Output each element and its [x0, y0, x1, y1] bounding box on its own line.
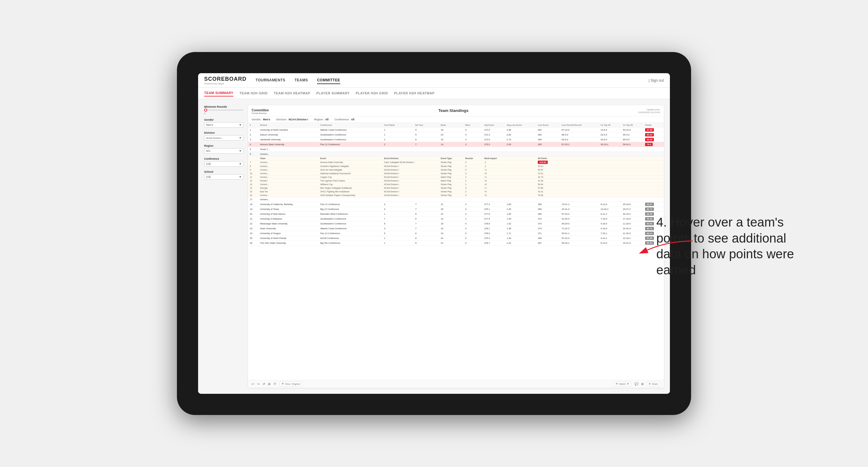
- gender-select[interactable]: Men's▼: [204, 122, 244, 128]
- sub-event-row: 15 East Tec OFCC Fighting Illini Invitat…: [248, 190, 664, 194]
- filter-region-value: All: [325, 118, 329, 121]
- filter-division-value: NCAA Division I: [288, 118, 308, 121]
- sub-event-row: 14 Georgia Ben Hogan Collegiate Invitati…: [248, 186, 664, 190]
- tablet-shell: SCOREBOARD Powered by clippd TOURNAMENTS…: [177, 52, 691, 415]
- col-wins: Wins: [463, 123, 483, 128]
- filter-gender-label: Gender:: [252, 118, 261, 121]
- filter-conference-label: Conference:: [335, 118, 350, 121]
- rounds-slider-track[interactable]: [204, 110, 244, 111]
- table-row: 26 The Ohio State University Big Ten Con…: [248, 241, 664, 246]
- share-label: Share: [652, 383, 658, 385]
- view-original-btn[interactable]: 👁 View: Original: [279, 382, 302, 386]
- col-vs-top25: Vs Top 25: [599, 123, 621, 128]
- share-icon: ⬆: [649, 383, 651, 385]
- col-bnds: Bnds: [439, 123, 463, 128]
- sub-event-row: 8 Univers... Southern Highlands Collegia…: [248, 164, 664, 168]
- sidebar-region: Region N/A▼: [204, 144, 244, 154]
- nav-tournaments[interactable]: TOURNAMENTS: [255, 77, 285, 84]
- arrow-container: [623, 232, 699, 263]
- tablet-screen: SCOREBOARD Powered by clippd TOURNAMENTS…: [198, 73, 670, 394]
- update-time-label: Update time:: [638, 108, 660, 111]
- refresh-icon[interactable]: ↺: [262, 382, 265, 386]
- tab-player-summary[interactable]: PLAYER SUMMARY: [316, 90, 350, 96]
- comment-icon[interactable]: 💬: [634, 382, 638, 386]
- filter-conference-value: All: [351, 118, 354, 121]
- col-points: Points: [643, 123, 664, 128]
- col-low-overall: Low Overall Record: [560, 123, 599, 128]
- slider-min-value: 0: [204, 112, 244, 115]
- grid-icon[interactable]: ⊞: [641, 382, 644, 386]
- table-row: 21 University of Alabama Southeastern Co…: [248, 217, 664, 221]
- bottom-toolbar: ↩ ↪ ↺ ⊞ ⏱ 👁 View: Original 👁 Watch ▼: [248, 380, 664, 388]
- sub-event-row: 13 Univers... Williams Cup NCAA Division…: [248, 183, 664, 186]
- division-select[interactable]: NCAA Division I▼: [204, 135, 244, 141]
- school-select[interactable]: (All)▼: [204, 174, 244, 180]
- nav-bar: SCOREBOARD Powered by clippd TOURNAMENTS…: [198, 73, 670, 88]
- region-select[interactable]: N/A▼: [204, 148, 244, 154]
- watch-btn[interactable]: 👁 Watch ▼: [614, 382, 631, 386]
- sub-nav: TEAM SUMMARY TEAM H2H GRID TEAM H2H HEAT…: [198, 88, 670, 99]
- clock-icon[interactable]: ⏱: [273, 382, 276, 386]
- table-row: 25 University of North Florida ASUN Conf…: [248, 236, 664, 241]
- sidebar-school: School (All)▼: [204, 170, 244, 180]
- tab-team-h2h-heatmap[interactable]: TEAM H2H HEATMAP: [274, 90, 310, 96]
- sidebar-minimum-rounds: Minimum Rounds 0: [204, 105, 244, 115]
- logo-sub: Powered by clippd: [204, 82, 247, 85]
- conference-select[interactable]: (All)▼: [204, 161, 244, 167]
- gender-label: Gender: [204, 118, 244, 121]
- sidebar-gender: Gender Men's▼: [204, 118, 244, 128]
- watch-chevron-icon: ▼: [627, 383, 629, 385]
- col-conf-rank: Conf Rank: [382, 123, 413, 128]
- portal-area: Committee Portal Review Team Standings U…: [248, 105, 664, 388]
- undo-icon[interactable]: ↩: [252, 382, 254, 386]
- nav-teams[interactable]: TEAMS: [294, 77, 308, 84]
- sign-out-link[interactable]: | Sign out: [649, 78, 664, 83]
- table-row: 3 Vanderbilt University Southeastern Con…: [248, 137, 664, 142]
- watch-label: Watch: [619, 383, 626, 385]
- filter-conference: Conference: All: [335, 118, 354, 121]
- share-btn[interactable]: ⬆ Share: [647, 382, 660, 386]
- portal-header: Committee Portal Review Team Standings U…: [248, 105, 664, 117]
- annotation-arrow: [623, 232, 699, 262]
- tab-player-h2h-heatmap[interactable]: PLAYER H2H HEATMAP: [394, 90, 435, 96]
- nav-committee[interactable]: COMMITTEE: [317, 77, 340, 84]
- redo-icon[interactable]: ↪: [257, 382, 259, 386]
- view-label: View: Original: [285, 383, 300, 385]
- sidebar-division: Division NCAA Division I▼: [204, 131, 244, 141]
- copy-icon[interactable]: ⊞: [268, 382, 270, 386]
- table-row: 1 University of North Carolina Atlantic …: [248, 128, 664, 132]
- sidebar-conference: Conference (All)▼: [204, 157, 244, 167]
- table-row: 2 Auburn University Southeastern Confere…: [248, 132, 664, 137]
- conference-label: Conference: [204, 157, 244, 160]
- col-rank: #: [248, 123, 258, 128]
- col-school: School: [258, 123, 318, 128]
- portal-subtitle: Portal Review: [252, 112, 269, 115]
- table-row: 24 University of Oregon Pac-12 Conferenc…: [248, 231, 664, 236]
- tab-team-summary[interactable]: TEAM SUMMARY: [204, 90, 234, 96]
- standings-table: # School Conference Conf Rank No Tour Bn…: [248, 123, 664, 246]
- standings-title: Team Standings: [438, 108, 468, 113]
- nav-items: TOURNAMENTS TEAMS COMMITTEE: [255, 77, 648, 84]
- col-conference: Conference: [318, 123, 382, 128]
- division-label: Division: [204, 131, 244, 134]
- table-row: 5 Texas T...: [248, 147, 664, 152]
- region-label: Region: [204, 144, 244, 147]
- update-date: 13/03/2024 10:03:42: [638, 111, 660, 114]
- tab-player-h2h-grid[interactable]: PLAYER H2H GRID: [356, 90, 388, 96]
- table-row: 6 Univers...: [248, 152, 664, 157]
- filter-region: Region: All: [314, 118, 329, 121]
- table-row: 17 Univers...: [248, 197, 664, 202]
- tab-team-h2h-grid[interactable]: TEAM H2H GRID: [240, 90, 268, 96]
- table-row: 22 Mississippi State University Southeas…: [248, 221, 664, 226]
- col-vs-top50: Vs Top 50: [621, 123, 644, 128]
- filter-gender-value: Men's: [263, 118, 270, 121]
- sub-event-row: 7 Univers... Arizona State University Ca…: [248, 160, 664, 164]
- filters-row: Gender: Men's Division: NCAA Division I …: [248, 117, 664, 123]
- table-header-row: # School Conference Conf Rank No Tour Bn…: [248, 123, 664, 128]
- filter-gender: Gender: Men's: [252, 118, 270, 121]
- logo-text: SCOREBOARD: [204, 76, 247, 82]
- min-rounds-label: Minimum Rounds: [204, 105, 244, 108]
- filter-region-label: Region:: [314, 118, 324, 121]
- sidebar: Minimum Rounds 0 Gender Men's▼ Division: [204, 105, 244, 388]
- table-row: 20 University of New Mexico Mountain Wes…: [248, 212, 664, 217]
